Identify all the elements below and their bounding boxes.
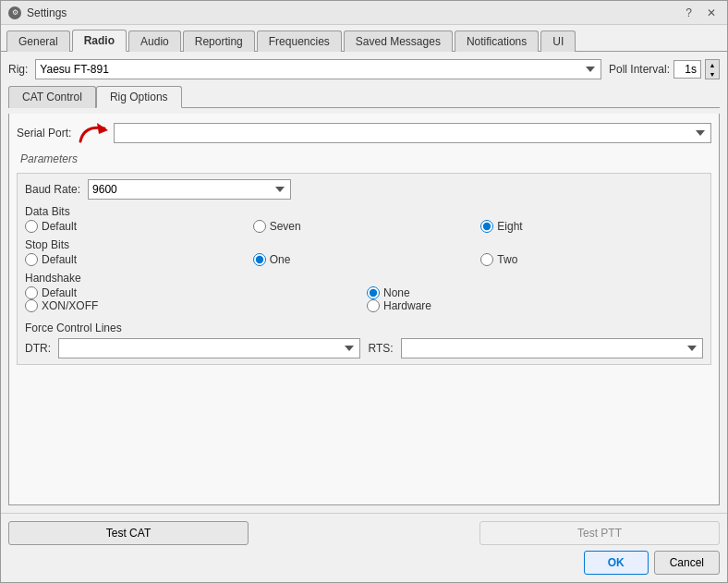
stop-bits-one-option[interactable]: One: [253, 253, 476, 266]
data-bits-seven-option[interactable]: Seven: [253, 220, 476, 233]
rig-options-panel: Serial Port: Parameters Baud Rate:: [8, 114, 720, 505]
ok-cancel-row: OK Cancel: [8, 551, 720, 575]
title-bar: ⚙ Settings ? ✕: [1, 1, 727, 25]
handshake-default-option[interactable]: Default: [25, 286, 361, 299]
poll-interval-row: Poll Interval: ▲ ▼: [609, 59, 720, 79]
handshake-xon-option[interactable]: XON/XOFF: [25, 299, 361, 312]
rts-label: RTS:: [368, 342, 393, 355]
baud-rate-select[interactable]: 1200 2400 4800 9600 19200 38400 57600 11…: [88, 179, 291, 200]
rig-select[interactable]: Yaesu FT-891: [35, 59, 601, 79]
stop-bits-default-radio[interactable]: [25, 253, 38, 266]
handshake-row-2: XON/XOFF Hardware: [25, 299, 703, 312]
title-bar-controls: ? ✕: [682, 5, 720, 21]
force-control-lines-section: Force Control Lines DTR: RTS:: [25, 322, 703, 358]
force-control-row: DTR: RTS:: [25, 338, 703, 358]
poll-interval-input[interactable]: [673, 60, 701, 79]
stop-bits-default-label: Default: [42, 253, 77, 266]
stop-bits-one-radio[interactable]: [253, 253, 266, 266]
stop-bits-title: Stop Bits: [25, 238, 703, 251]
data-bits-default-radio[interactable]: [25, 220, 38, 233]
stop-bits-row: Default One Two: [25, 253, 703, 266]
dtr-select[interactable]: [58, 338, 360, 358]
rig-label: Rig:: [8, 63, 28, 76]
handshake-none-option[interactable]: None: [367, 286, 703, 299]
tab-reporting[interactable]: Reporting: [183, 30, 255, 52]
tab-frequencies[interactable]: Frequencies: [257, 30, 342, 52]
data-bits-eight-option[interactable]: Eight: [480, 220, 703, 233]
test-ptt-button[interactable]: Test PTT: [479, 521, 720, 545]
sub-tab-cat-control[interactable]: CAT Control: [8, 86, 96, 108]
window-title: Settings: [27, 6, 67, 19]
handshake-default-label: Default: [42, 286, 77, 299]
tab-radio[interactable]: Radio: [72, 30, 127, 52]
handshake-xon-radio[interactable]: [25, 299, 38, 312]
poll-decrement-button[interactable]: ▼: [706, 69, 719, 79]
handshake-none-radio[interactable]: [367, 286, 380, 299]
tab-ui[interactable]: UI: [540, 30, 576, 52]
parameters-label: Parameters: [17, 151, 711, 167]
serial-port-row: Serial Port:: [17, 121, 711, 145]
data-bits-title: Data Bits: [25, 205, 703, 218]
handshake-default-radio[interactable]: [25, 286, 38, 299]
bottom-bar: Test CAT Test PTT OK Cancel: [1, 513, 727, 582]
main-tab-bar: General Radio Audio Reporting Frequencie…: [1, 25, 727, 52]
rts-select[interactable]: [401, 338, 703, 358]
panel-spacer: [17, 370, 711, 497]
poll-interval-label: Poll Interval:: [609, 63, 670, 76]
parameters-box: Baud Rate: 1200 2400 4800 9600 19200 384…: [17, 173, 711, 365]
stop-bits-one-label: One: [270, 253, 291, 266]
data-bits-seven-radio[interactable]: [253, 220, 266, 233]
baud-rate-label: Baud Rate:: [25, 183, 80, 196]
stop-bits-section: Stop Bits Default One Two: [25, 238, 703, 266]
serial-port-select[interactable]: [114, 123, 711, 143]
stop-bits-two-radio[interactable]: [480, 253, 493, 266]
help-button[interactable]: ?: [682, 5, 696, 21]
svg-marker-0: [97, 123, 108, 134]
title-bar-left: ⚙ Settings: [8, 6, 67, 19]
handshake-title: Handshake: [25, 272, 703, 285]
data-bits-default-option[interactable]: Default: [25, 220, 248, 233]
force-control-lines-title: Force Control Lines: [25, 322, 703, 334]
test-cat-button[interactable]: Test CAT: [8, 521, 249, 545]
tab-saved-messages[interactable]: Saved Messages: [344, 30, 453, 52]
tab-notifications[interactable]: Notifications: [455, 30, 539, 52]
poll-increment-button[interactable]: ▲: [706, 60, 719, 69]
data-bits-row: Default Seven Eight: [25, 220, 703, 233]
data-bits-seven-label: Seven: [270, 220, 301, 233]
data-bits-eight-label: Eight: [497, 220, 522, 233]
stop-bits-default-option[interactable]: Default: [25, 253, 248, 266]
handshake-none-label: None: [383, 286, 410, 299]
cancel-button[interactable]: Cancel: [654, 551, 720, 575]
handshake-row-1: Default None: [25, 286, 703, 299]
red-arrow-icon: [79, 121, 108, 145]
sub-tab-rig-options[interactable]: Rig Options: [96, 86, 182, 108]
handshake-hardware-radio[interactable]: [367, 299, 380, 312]
settings-window: ⚙ Settings ? ✕ General Radio Audio Repor…: [0, 0, 728, 583]
data-bits-eight-radio[interactable]: [480, 220, 493, 233]
serial-port-label: Serial Port:: [17, 127, 71, 140]
ok-button[interactable]: OK: [584, 551, 649, 575]
baud-rate-row: Baud Rate: 1200 2400 4800 9600 19200 384…: [25, 179, 703, 200]
dtr-label: DTR:: [25, 342, 51, 355]
tab-general[interactable]: General: [6, 30, 70, 52]
sub-tab-bar: CAT Control Rig Options: [8, 85, 720, 108]
main-content: Rig: Yaesu FT-891 Poll Interval: ▲ ▼ CAT…: [1, 52, 727, 513]
test-buttons-row: Test CAT Test PTT: [8, 521, 720, 545]
data-bits-default-label: Default: [42, 220, 77, 233]
poll-interval-spinner: ▲ ▼: [705, 59, 720, 79]
close-button[interactable]: ✕: [703, 5, 720, 21]
rig-row: Rig: Yaesu FT-891 Poll Interval: ▲ ▼: [8, 59, 720, 79]
stop-bits-two-option[interactable]: Two: [480, 253, 703, 266]
data-bits-section: Data Bits Default Seven Eight: [25, 205, 703, 233]
settings-icon: ⚙: [8, 6, 21, 19]
stop-bits-two-label: Two: [497, 253, 517, 266]
handshake-xon-label: XON/XOFF: [42, 299, 98, 312]
handshake-section: Handshake Default None: [25, 272, 703, 312]
tab-audio[interactable]: Audio: [128, 30, 181, 52]
handshake-hardware-label: Hardware: [383, 299, 431, 312]
handshake-hardware-option[interactable]: Hardware: [367, 299, 703, 312]
